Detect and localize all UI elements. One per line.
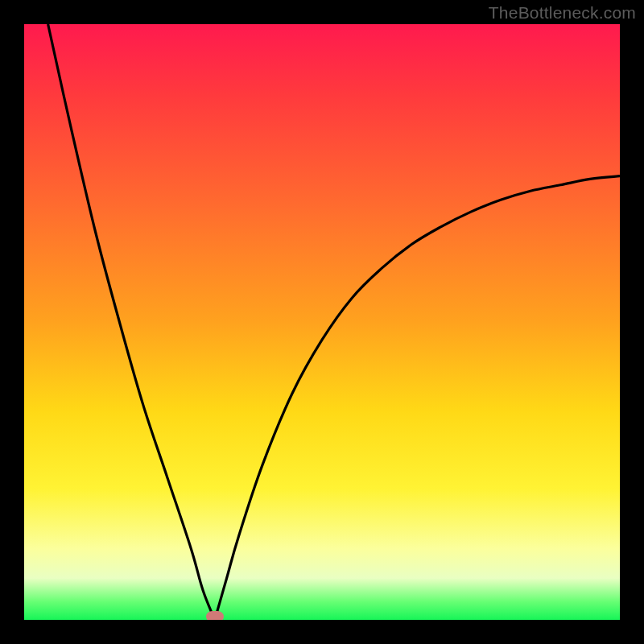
curve-left-branch bbox=[48, 24, 215, 620]
bottleneck-curve bbox=[24, 24, 620, 620]
optimum-marker bbox=[206, 611, 224, 620]
plot-area bbox=[24, 24, 620, 620]
watermark-text: TheBottleneck.com bbox=[489, 3, 636, 23]
chart-frame: TheBottleneck.com bbox=[0, 0, 644, 644]
curve-right-branch bbox=[215, 176, 620, 620]
